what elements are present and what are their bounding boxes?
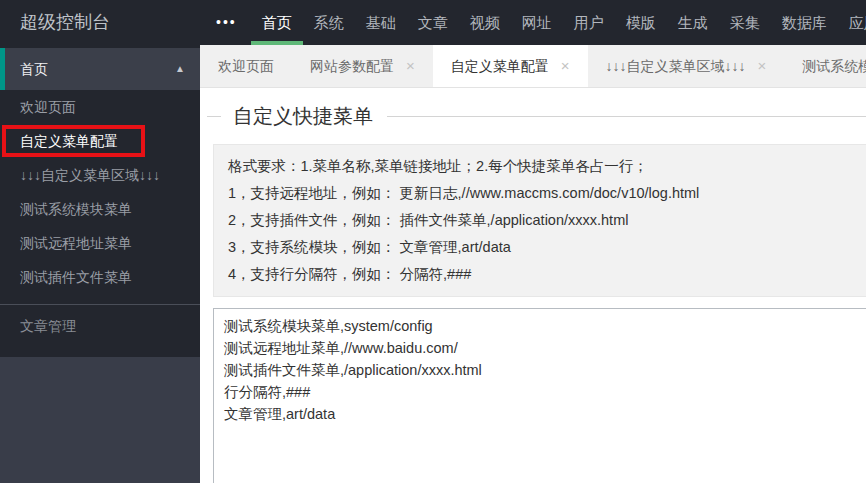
tab-label: 自定义菜单配置 [451, 58, 549, 74]
tab-custom-menu-area[interactable]: ↓↓↓自定义菜单区域↓↓↓× [588, 45, 785, 87]
tab-welcome[interactable]: 欢迎页面 [200, 45, 292, 87]
tab-label: 测试系统模块菜单 [802, 58, 866, 74]
topnav-item-website[interactable]: 网址 [511, 0, 563, 45]
top-nav: 首页 系统 基础 文章 视频 网址 用户 模版 生成 采集 数据库 应用 [251, 0, 866, 45]
topnav-item-article[interactable]: 文章 [407, 0, 459, 45]
sidebar-item-test-system-module[interactable]: 测试系统模块菜单 [0, 192, 200, 226]
sidebar-group-article[interactable]: 文章管理 [0, 305, 200, 347]
format-tips-box: 格式要求：1.菜单名称,菜单链接地址；2.每个快捷菜单各占一行； 1，支持远程地… [213, 144, 866, 297]
sidebar: 首页 ▲ 欢迎页面 自定义菜单配置 ↓↓↓自定义菜单区域↓↓↓ 测试系统模块菜单… [0, 45, 200, 483]
tab-site-params[interactable]: 网站参数配置× [292, 45, 433, 87]
sidebar-item-test-remote-url[interactable]: 测试远程地址菜单 [0, 226, 200, 260]
tab-label: ↓↓↓自定义菜单区域↓↓↓ [606, 58, 746, 74]
close-icon[interactable]: × [406, 45, 415, 87]
tip-line: 格式要求：1.菜单名称,菜单链接地址；2.每个快捷菜单各占一行； [228, 153, 861, 180]
topnav-item-home[interactable]: 首页 [251, 0, 303, 45]
topnav-item-system[interactable]: 系统 [303, 0, 355, 45]
tab-test-system-module[interactable]: 测试系统模块菜单× [784, 45, 866, 87]
page-title: 自定义快捷菜单 [233, 103, 373, 130]
topnav-item-basic[interactable]: 基础 [355, 0, 407, 45]
sidebar-item-custom-menu-area[interactable]: ↓↓↓自定义菜单区域↓↓↓ [0, 158, 200, 192]
tip-line: 1，支持远程地址，例如： 更新日志,//www.maccms.com/doc/v… [228, 180, 861, 207]
topnav-item-generate[interactable]: 生成 [667, 0, 719, 45]
page-content: 自定义快捷菜单 格式要求：1.菜单名称,菜单链接地址；2.每个快捷菜单各占一行；… [200, 88, 866, 483]
tip-line: 4，支持行分隔符，例如： 分隔符,### [228, 261, 861, 288]
tab-label: 网站参数配置 [310, 58, 394, 74]
main-panel: 欢迎页面 网站参数配置× 自定义菜单配置× ↓↓↓自定义菜单区域↓↓↓× 测试系… [200, 45, 866, 483]
topnav-item-template[interactable]: 模版 [615, 0, 667, 45]
topnav-item-apps[interactable]: 应用 [838, 0, 866, 45]
close-icon[interactable]: × [758, 45, 767, 87]
sidebar-item-custom-menu-config[interactable]: 自定义菜单配置 [0, 124, 200, 158]
chevron-up-icon: ▲ [175, 48, 185, 90]
topnav-item-user[interactable]: 用户 [563, 0, 615, 45]
close-icon[interactable]: × [561, 45, 570, 87]
page-header: 自定义快捷菜单 [207, 88, 866, 144]
tab-bar: 欢迎页面 网站参数配置× 自定义菜单配置× ↓↓↓自定义菜单区域↓↓↓× 测试系… [200, 45, 866, 88]
header-dash-line [207, 116, 221, 117]
header-rule-line [387, 116, 866, 117]
tab-label: 欢迎页面 [218, 58, 274, 74]
sidebar-group-label: 首页 [20, 61, 48, 77]
sidebar-group-home[interactable]: 首页 ▲ [0, 48, 200, 90]
topnav-item-database[interactable]: 数据库 [771, 0, 838, 45]
topnav-item-video[interactable]: 视频 [459, 0, 511, 45]
sidebar-menu: 首页 ▲ 欢迎页面 自定义菜单配置 ↓↓↓自定义菜单区域↓↓↓ 测试系统模块菜单… [0, 45, 200, 357]
topnav-item-collect[interactable]: 采集 [719, 0, 771, 45]
menu-config-textarea[interactable]: 测试系统模块菜单,system/config 测试远程地址菜单,//www.ba… [213, 308, 866, 483]
sidebar-item-welcome[interactable]: 欢迎页面 [0, 90, 200, 124]
tip-line: 3，支持系统模块，例如： 文章管理,art/data [228, 234, 861, 261]
app-title: 超级控制台 [0, 0, 200, 45]
tab-custom-menu-config[interactable]: 自定义菜单配置× [433, 45, 588, 87]
sidebar-item-test-plugin-file[interactable]: 测试插件文件菜单 [0, 260, 200, 294]
more-menu-icon[interactable]: ••• [200, 0, 251, 45]
tip-line: 2，支持插件文件，例如： 插件文件菜单,/application/xxxx.ht… [228, 207, 861, 234]
top-bar: 超级控制台 ••• 首页 系统 基础 文章 视频 网址 用户 模版 生成 采集 … [0, 0, 866, 45]
